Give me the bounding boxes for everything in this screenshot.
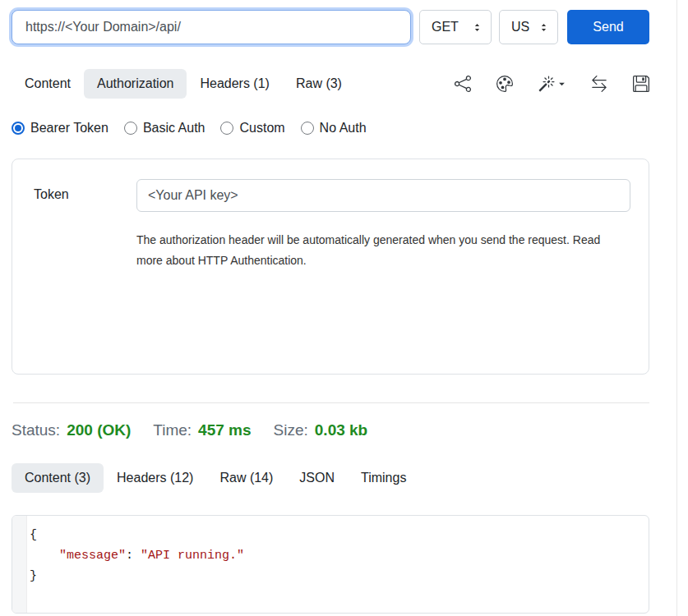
status-value: 200 (OK) [67,421,131,439]
send-button[interactable]: Send [567,10,649,44]
radio-icon[interactable] [301,122,314,135]
auth-option-no-auth[interactable]: No Auth [301,121,367,136]
response-tabs: Content (3) Headers (12) Raw (14) JSON T… [12,463,649,493]
request-tabs: Content Authorization Headers (1) Raw (3… [12,69,649,99]
code-line: "message": "API running." [30,545,649,566]
swap-arrows-icon[interactable] [591,76,607,92]
token-panel: Token The authorization header will be a… [12,159,649,375]
token-label: Token [34,179,136,374]
magic-wand-icon[interactable] [538,76,566,92]
method-select[interactable]: GET [419,10,492,44]
radio-icon[interactable] [220,122,233,135]
code-line: } [30,566,649,586]
auth-option-label: Custom [239,121,284,136]
dropdown-caret-icon [558,80,566,88]
auth-option-label: Basic Auth [143,121,205,136]
size-label: Size: [274,421,308,439]
select-updown-icon [472,22,483,33]
share-icon[interactable] [455,76,471,92]
tab-response-raw[interactable]: Raw (14) [206,463,286,493]
token-helper-text: The authorization header will be automat… [136,230,630,271]
section-divider [13,402,649,403]
response-status-bar: Status: 200 (OK) Time: 457 ms Size: 0.03… [12,421,649,439]
code-gutter [12,516,27,613]
token-field-area: The authorization header will be automat… [136,179,630,374]
tab-raw[interactable]: Raw (3) [283,69,355,99]
status-label: Status: [12,421,60,439]
auth-option-custom[interactable]: Custom [220,121,284,136]
response-body-viewer[interactable]: { "message": "API running."} [12,515,649,614]
tab-content[interactable]: Content [12,69,84,99]
tab-authorization[interactable]: Authorization [84,69,187,99]
region-select-value: US [511,20,529,34]
api-client-main: GET US Send Content Authorization Header… [12,9,649,614]
auth-type-options: Bearer Token Basic Auth Custom No Auth [12,121,649,136]
tab-response-json[interactable]: JSON [286,463,348,493]
tab-headers[interactable]: Headers (1) [187,69,282,99]
auth-option-basic-auth[interactable]: Basic Auth [124,121,205,136]
content-right-border [676,0,677,616]
time-label: Time: [153,421,192,439]
token-input[interactable] [136,179,630,212]
region-select[interactable]: US [499,10,558,44]
method-select-value: GET [432,20,459,34]
auth-option-bearer-token[interactable]: Bearer Token [12,121,109,136]
tab-response-timings[interactable]: Timings [348,463,419,493]
auth-option-label: No Auth [320,121,367,136]
radio-checked-icon[interactable] [12,122,25,135]
request-bar: GET US Send [12,9,649,45]
tab-response-content[interactable]: Content (3) [12,463,104,493]
response-json-code: { "message": "API running."} [12,516,649,586]
tab-response-headers[interactable]: Headers (12) [104,463,206,493]
palette-icon[interactable] [496,76,513,92]
radio-icon[interactable] [124,122,137,135]
auth-option-label: Bearer Token [30,121,109,136]
save-icon[interactable] [633,76,649,92]
time-value: 457 ms [198,421,251,439]
request-toolbar [455,76,649,92]
url-input[interactable] [12,10,411,44]
size-value: 0.03 kb [315,421,367,439]
code-line: { [30,525,649,545]
select-updown-icon [538,22,549,33]
